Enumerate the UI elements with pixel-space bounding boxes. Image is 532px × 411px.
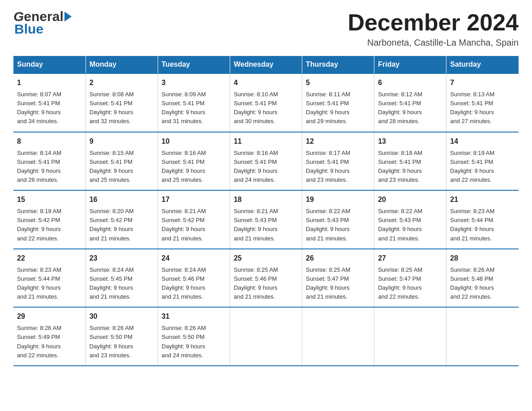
day-number: 4 — [234, 77, 298, 88]
header-tuesday: Tuesday — [158, 56, 230, 73]
month-title: December 2024 — [348, 9, 519, 36]
day-info: Sunrise: 8:17 AM Sunset: 5:41 PM Dayligh… — [306, 149, 370, 185]
day-info: Sunrise: 8:25 AM Sunset: 5:47 PM Dayligh… — [378, 265, 442, 302]
header-monday: Monday — [86, 56, 158, 73]
calendar-cell: 4 Sunrise: 8:10 AM Sunset: 5:41 PM Dayli… — [230, 73, 302, 132]
day-number: 30 — [90, 311, 154, 322]
day-number: 23 — [90, 253, 154, 264]
day-number: 28 — [450, 253, 515, 264]
day-info: Sunrise: 8:10 AM Sunset: 5:41 PM Dayligh… — [234, 90, 298, 126]
day-number: 25 — [234, 253, 298, 264]
logo-triangle-icon — [64, 12, 72, 21]
day-info: Sunrise: 8:26 AM Sunset: 5:49 PM Dayligh… — [17, 324, 82, 360]
day-info: Sunrise: 8:22 AM Sunset: 5:43 PM Dayligh… — [378, 207, 442, 243]
calendar-cell: 8 Sunrise: 8:14 AM Sunset: 5:41 PM Dayli… — [13, 132, 86, 191]
day-number: 26 — [306, 253, 370, 264]
week-row-1: 1 Sunrise: 8:07 AM Sunset: 5:41 PM Dayli… — [13, 73, 519, 132]
logo-blue-text: Blue — [14, 21, 43, 37]
day-info: Sunrise: 8:23 AM Sunset: 5:44 PM Dayligh… — [17, 265, 82, 302]
calendar-cell — [446, 307, 519, 366]
calendar-table: Sunday Monday Tuesday Wednesday Thursday… — [13, 56, 519, 366]
calendar-cell: 5 Sunrise: 8:11 AM Sunset: 5:41 PM Dayli… — [302, 73, 374, 132]
logo: G eneral Blue — [13, 9, 73, 37]
day-info: Sunrise: 8:25 AM Sunset: 5:47 PM Dayligh… — [306, 265, 370, 302]
day-number: 19 — [306, 194, 370, 205]
header-wednesday: Wednesday — [230, 56, 302, 73]
calendar-cell — [302, 307, 374, 366]
day-info: Sunrise: 8:08 AM Sunset: 5:41 PM Dayligh… — [90, 90, 154, 126]
day-info: Sunrise: 8:15 AM Sunset: 5:41 PM Dayligh… — [90, 149, 154, 185]
calendar-cell: 17 Sunrise: 8:21 AM Sunset: 5:42 PM Dayl… — [158, 190, 230, 249]
calendar-cell: 12 Sunrise: 8:17 AM Sunset: 5:41 PM Dayl… — [302, 132, 374, 191]
calendar-cell: 28 Sunrise: 8:26 AM Sunset: 5:48 PM Dayl… — [446, 249, 519, 308]
day-number: 12 — [306, 136, 370, 147]
calendar-cell: 3 Sunrise: 8:09 AM Sunset: 5:41 PM Dayli… — [158, 73, 230, 132]
calendar-cell: 24 Sunrise: 8:24 AM Sunset: 5:46 PM Dayl… — [158, 249, 230, 308]
day-number: 27 — [378, 253, 442, 264]
day-number: 7 — [450, 77, 515, 88]
calendar-cell: 23 Sunrise: 8:24 AM Sunset: 5:45 PM Dayl… — [86, 249, 158, 308]
day-info: Sunrise: 8:26 AM Sunset: 5:50 PM Dayligh… — [162, 324, 226, 360]
day-number: 21 — [450, 194, 515, 205]
day-info: Sunrise: 8:25 AM Sunset: 5:46 PM Dayligh… — [234, 265, 298, 302]
day-info: Sunrise: 8:21 AM Sunset: 5:42 PM Dayligh… — [162, 207, 226, 243]
day-info: Sunrise: 8:22 AM Sunset: 5:43 PM Dayligh… — [306, 207, 370, 243]
calendar-cell — [374, 307, 446, 366]
day-info: Sunrise: 8:13 AM Sunset: 5:41 PM Dayligh… — [450, 90, 515, 126]
day-number: 10 — [162, 136, 226, 147]
calendar-cell: 10 Sunrise: 8:16 AM Sunset: 5:41 PM Dayl… — [158, 132, 230, 191]
week-row-3: 15 Sunrise: 8:19 AM Sunset: 5:42 PM Dayl… — [13, 190, 519, 249]
title-area: December 2024 Narboneta, Castille-La Man… — [348, 9, 519, 48]
header-friday: Friday — [374, 56, 446, 73]
day-info: Sunrise: 8:23 AM Sunset: 5:44 PM Dayligh… — [450, 207, 515, 243]
calendar-cell: 26 Sunrise: 8:25 AM Sunset: 5:47 PM Dayl… — [302, 249, 374, 308]
day-number: 9 — [90, 136, 154, 147]
header-thursday: Thursday — [302, 56, 374, 73]
day-number: 16 — [90, 194, 154, 205]
day-number: 24 — [162, 253, 226, 264]
header-saturday: Saturday — [446, 56, 519, 73]
day-number: 22 — [17, 253, 82, 264]
day-number: 20 — [378, 194, 442, 205]
day-info: Sunrise: 8:21 AM Sunset: 5:43 PM Dayligh… — [234, 207, 298, 243]
calendar-cell: 11 Sunrise: 8:16 AM Sunset: 5:41 PM Dayl… — [230, 132, 302, 191]
day-info: Sunrise: 8:12 AM Sunset: 5:41 PM Dayligh… — [378, 90, 442, 126]
calendar-cell: 9 Sunrise: 8:15 AM Sunset: 5:41 PM Dayli… — [86, 132, 158, 191]
calendar-cell: 31 Sunrise: 8:26 AM Sunset: 5:50 PM Dayl… — [158, 307, 230, 366]
calendar-cell: 14 Sunrise: 8:19 AM Sunset: 5:41 PM Dayl… — [446, 132, 519, 191]
calendar-cell: 13 Sunrise: 8:18 AM Sunset: 5:41 PM Dayl… — [374, 132, 446, 191]
day-number: 3 — [162, 77, 226, 88]
location-text: Narboneta, Castille-La Mancha, Spain — [348, 38, 519, 48]
week-row-2: 8 Sunrise: 8:14 AM Sunset: 5:41 PM Dayli… — [13, 132, 519, 191]
day-number: 13 — [378, 136, 442, 147]
calendar-cell: 7 Sunrise: 8:13 AM Sunset: 5:41 PM Dayli… — [446, 73, 519, 132]
calendar-cell — [230, 307, 302, 366]
day-number: 31 — [162, 311, 226, 322]
day-number: 2 — [90, 77, 154, 88]
calendar-cell: 6 Sunrise: 8:12 AM Sunset: 5:41 PM Dayli… — [374, 73, 446, 132]
calendar-cell: 18 Sunrise: 8:21 AM Sunset: 5:43 PM Dayl… — [230, 190, 302, 249]
day-number: 15 — [17, 194, 82, 205]
day-info: Sunrise: 8:16 AM Sunset: 5:41 PM Dayligh… — [234, 149, 298, 185]
day-info: Sunrise: 8:19 AM Sunset: 5:42 PM Dayligh… — [17, 207, 82, 243]
day-number: 5 — [306, 77, 370, 88]
day-info: Sunrise: 8:14 AM Sunset: 5:41 PM Dayligh… — [17, 149, 82, 185]
header-sunday: Sunday — [13, 56, 86, 73]
calendar-cell: 30 Sunrise: 8:26 AM Sunset: 5:50 PM Dayl… — [86, 307, 158, 366]
calendar-cell: 22 Sunrise: 8:23 AM Sunset: 5:44 PM Dayl… — [13, 249, 86, 308]
calendar-cell: 29 Sunrise: 8:26 AM Sunset: 5:49 PM Dayl… — [13, 307, 86, 366]
day-info: Sunrise: 8:24 AM Sunset: 5:45 PM Dayligh… — [90, 265, 154, 302]
day-number: 6 — [378, 77, 442, 88]
calendar-cell: 25 Sunrise: 8:25 AM Sunset: 5:46 PM Dayl… — [230, 249, 302, 308]
day-info: Sunrise: 8:18 AM Sunset: 5:41 PM Dayligh… — [378, 149, 442, 185]
day-number: 18 — [234, 194, 298, 205]
day-info: Sunrise: 8:11 AM Sunset: 5:41 PM Dayligh… — [306, 90, 370, 126]
day-number: 1 — [17, 77, 82, 88]
day-info: Sunrise: 8:24 AM Sunset: 5:46 PM Dayligh… — [162, 265, 226, 302]
page-header: G eneral Blue December 2024 Narboneta, C… — [13, 9, 519, 48]
calendar-cell: 27 Sunrise: 8:25 AM Sunset: 5:47 PM Dayl… — [374, 249, 446, 308]
day-number: 17 — [162, 194, 226, 205]
week-row-5: 29 Sunrise: 8:26 AM Sunset: 5:49 PM Dayl… — [13, 307, 519, 366]
calendar-cell: 2 Sunrise: 8:08 AM Sunset: 5:41 PM Dayli… — [86, 73, 158, 132]
calendar-cell: 19 Sunrise: 8:22 AM Sunset: 5:43 PM Dayl… — [302, 190, 374, 249]
